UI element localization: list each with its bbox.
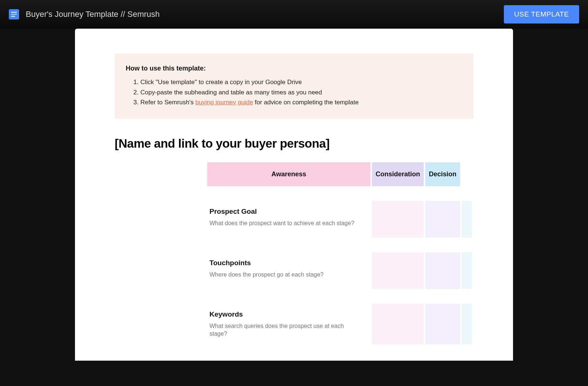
row-label-desc: What search queries does the prospect us… xyxy=(209,322,359,338)
row-label-title: Prospect Goal xyxy=(209,208,359,216)
table-header-awareness: Awareness xyxy=(207,162,370,186)
cell-decision[interactable] xyxy=(462,252,472,289)
document-page: How to use this template: Click "Use tem… xyxy=(75,29,513,361)
row-label-cell: Keywords What search queries does the pr… xyxy=(207,304,370,344)
document-title: Buyer's Journey Template // Semrush xyxy=(26,10,160,19)
table-row: Touchpoints Where does the prospect go a… xyxy=(116,252,472,289)
instructions-title: How to use this template: xyxy=(126,65,462,72)
table-header-consideration: Consideration xyxy=(372,162,424,186)
cell-consideration[interactable] xyxy=(425,201,460,238)
cell-consideration[interactable] xyxy=(425,304,460,344)
cell-consideration[interactable] xyxy=(425,252,460,289)
cell-awareness[interactable] xyxy=(372,201,424,238)
row-label-cell: Prospect Goal What does the prospect wan… xyxy=(207,201,370,238)
instructions-step-1: Click "Use template" to create a copy in… xyxy=(140,77,462,87)
table-header-decision: Decision xyxy=(425,162,460,186)
row-label-desc: What does the prospect want to achieve a… xyxy=(209,219,359,227)
instructions-box: How to use this template: Click "Use tem… xyxy=(115,54,473,119)
row-label-desc: Where does the prospect go at each stage… xyxy=(209,271,359,279)
cell-awareness[interactable] xyxy=(372,304,424,344)
table-row: Prospect Goal What does the prospect wan… xyxy=(116,201,472,238)
instructions-step-3: Refer to Semrush's buying journey guide … xyxy=(140,98,462,107)
cell-decision[interactable] xyxy=(462,201,472,238)
page-container: How to use this template: Click "Use tem… xyxy=(0,29,588,361)
row-label-title: Touchpoints xyxy=(209,259,359,267)
instructions-step-3-pre: Refer to Semrush's xyxy=(140,99,196,106)
section-heading: [Name and link to your buyer persona] xyxy=(115,137,473,151)
journey-table: Awareness Consideration Decision Prospec… xyxy=(115,161,473,346)
instructions-list: Click "Use template" to create a copy in… xyxy=(126,77,462,107)
table-header-empty xyxy=(116,162,206,186)
app-header: Buyer's Journey Template // Semrush USE … xyxy=(0,0,588,29)
buying-journey-guide-link[interactable]: buying journey guide xyxy=(196,99,253,106)
row-label-cell: Touchpoints Where does the prospect go a… xyxy=(207,252,370,289)
instructions-step-2: Copy-paste the subheading and table as m… xyxy=(140,88,462,97)
header-left: Buyer's Journey Template // Semrush xyxy=(9,9,160,19)
instructions-step-3-post: for advice on completing the template xyxy=(253,99,359,106)
table-row: Keywords What search queries does the pr… xyxy=(116,304,472,344)
docs-icon[interactable] xyxy=(9,9,19,19)
cell-decision[interactable] xyxy=(462,304,472,344)
row-label-title: Keywords xyxy=(209,310,359,318)
cell-awareness[interactable] xyxy=(372,252,424,289)
use-template-button[interactable]: USE TEMPLATE xyxy=(504,5,579,24)
